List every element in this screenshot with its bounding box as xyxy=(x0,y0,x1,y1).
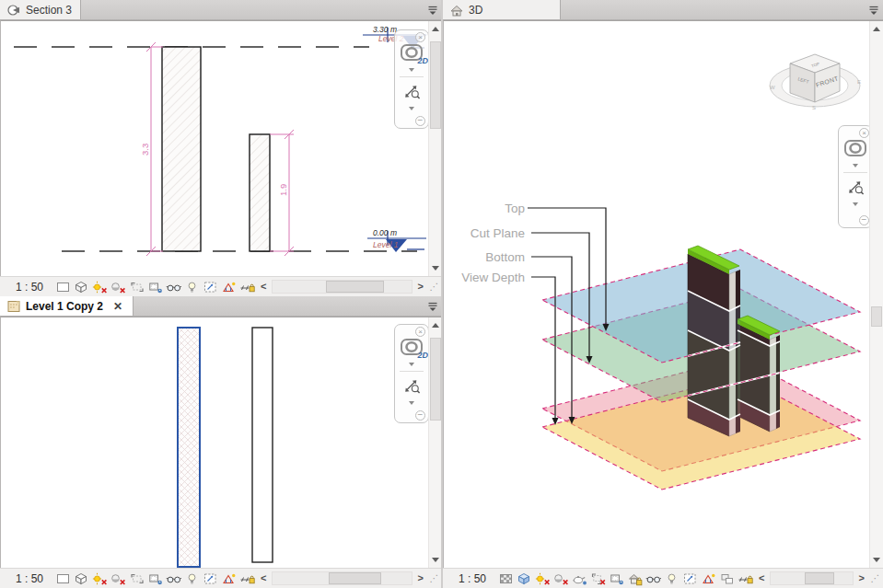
temporary-view-properties-icon[interactable] xyxy=(203,571,219,586)
temporary-hide-isolate-icon[interactable] xyxy=(166,571,182,586)
resize-grip[interactable]: ⋰ xyxy=(428,282,440,292)
show-analytical-model-icon[interactable] xyxy=(701,571,717,586)
steering-wheel-icon[interactable] xyxy=(843,139,867,157)
scroll-down-icon[interactable] xyxy=(873,558,880,562)
dimension-text[interactable]: 3.3 xyxy=(140,144,150,156)
plan-view-canvas[interactable]: × 2D − xyxy=(0,317,442,568)
scroll-up-icon[interactable] xyxy=(432,323,439,328)
close-icon[interactable]: × xyxy=(415,327,425,337)
chevron-down-icon[interactable] xyxy=(409,107,414,110)
reveal-hidden-elements-icon[interactable] xyxy=(664,571,680,586)
sun-path-off-icon[interactable] xyxy=(92,571,109,586)
resize-grip[interactable]: ⋰ xyxy=(428,574,440,583)
vertical-scrollbar[interactable] xyxy=(428,21,442,276)
pane-splitter[interactable] xyxy=(441,0,443,588)
scrollbar-thumb[interactable] xyxy=(871,306,882,327)
scroll-right-icon[interactable]: > xyxy=(854,573,869,583)
chevron-down-icon[interactable] xyxy=(409,363,414,366)
level-1-head[interactable]: 0.00 m Level 1 xyxy=(367,228,426,252)
show-analytical-model-icon[interactable] xyxy=(221,571,238,586)
reveal-constraints-icon[interactable] xyxy=(239,280,256,294)
crop-view-off-icon[interactable] xyxy=(590,571,607,586)
sun-path-off-icon[interactable] xyxy=(92,280,109,294)
temporary-view-properties-icon[interactable] xyxy=(682,571,699,586)
dimension-text[interactable]: 1.9 xyxy=(278,184,288,196)
shadows-off-icon[interactable] xyxy=(553,571,570,586)
sun-path-off-icon[interactable] xyxy=(535,571,552,586)
tab-3d[interactable]: 3D xyxy=(443,0,561,19)
resize-grip[interactable]: ⋰ xyxy=(869,574,881,583)
chevron-down-icon[interactable] xyxy=(853,164,858,167)
scroll-down-icon[interactable] xyxy=(432,558,439,562)
scale-button[interactable]: 1 : 50 xyxy=(459,572,486,585)
vertical-scrollbar[interactable] xyxy=(869,21,883,568)
horizontal-scrollbar[interactable] xyxy=(272,280,412,294)
unlocked-3d-view-icon[interactable] xyxy=(627,571,644,586)
close-icon[interactable]: ✕ xyxy=(111,300,124,313)
temporary-view-properties-icon[interactable] xyxy=(203,280,219,294)
displacement-sets-icon[interactable] xyxy=(719,571,736,586)
show-crop-region-icon[interactable] xyxy=(147,571,164,586)
shadows-off-icon[interactable] xyxy=(110,571,127,586)
reveal-hidden-elements-icon[interactable] xyxy=(184,280,201,294)
tab-section-3[interactable]: Section 3 xyxy=(0,0,81,19)
scale-button[interactable]: 1 : 50 xyxy=(16,572,43,585)
scrollbar-thumb[interactable] xyxy=(430,41,441,129)
crop-view-icon[interactable] xyxy=(129,280,145,294)
horizontal-scrollbar[interactable] xyxy=(770,571,853,585)
crop-view-icon[interactable] xyxy=(129,571,145,586)
show-crop-region-icon[interactable] xyxy=(609,571,625,586)
scale-button[interactable]: 1 : 50 xyxy=(16,281,43,294)
steering-wheel-icon[interactable]: 2D xyxy=(400,338,424,356)
close-icon[interactable]: × xyxy=(415,32,425,42)
tab-level-1-copy-2[interactable]: Level 1 Copy 2 ✕ xyxy=(0,296,134,316)
show-rendering-dialog-icon[interactable] xyxy=(572,571,588,586)
scrollbar-thumb[interactable] xyxy=(329,572,381,584)
chevron-down-icon[interactable] xyxy=(409,68,414,72)
scroll-left-icon[interactable]: < xyxy=(256,573,271,583)
detail-level-icon[interactable] xyxy=(55,280,72,294)
wall-plan[interactable] xyxy=(252,328,273,562)
scroll-up-icon[interactable] xyxy=(432,27,439,31)
reveal-hidden-elements-icon[interactable] xyxy=(184,571,201,586)
shadows-off-icon[interactable] xyxy=(110,280,127,294)
reveal-constraints-icon[interactable] xyxy=(239,571,256,586)
scrollbar-thumb[interactable] xyxy=(805,572,834,584)
collapse-icon[interactable]: − xyxy=(415,116,425,126)
collapse-icon[interactable]: − xyxy=(859,215,869,225)
wall-short-section[interactable] xyxy=(250,134,270,251)
scroll-left-icon[interactable]: < xyxy=(256,282,271,292)
reveal-constraints-icon[interactable] xyxy=(738,571,754,586)
collapse-icon[interactable]: − xyxy=(415,410,425,421)
show-analytical-model-icon[interactable] xyxy=(221,280,238,294)
steering-wheel-icon[interactable]: 2D xyxy=(400,43,424,62)
visual-style-icon[interactable] xyxy=(74,280,90,294)
compass-east-label[interactable]: E xyxy=(857,79,861,85)
compass-south-label[interactable]: S xyxy=(812,105,816,110)
scroll-down-icon[interactable] xyxy=(432,266,439,271)
wall-selected-plan[interactable] xyxy=(178,328,200,567)
scroll-up-icon[interactable] xyxy=(873,27,880,31)
tab-list-icon[interactable] xyxy=(424,0,442,19)
wall-tall-section[interactable] xyxy=(162,47,201,251)
zoom-icon[interactable] xyxy=(846,178,865,196)
scrollbar-thumb[interactable] xyxy=(326,281,384,293)
threed-view-canvas[interactable]: TOP LEFT FRONT W S E Top Cut Plane Botto… xyxy=(443,20,883,568)
scroll-right-icon[interactable]: > xyxy=(413,282,428,292)
scroll-right-icon[interactable]: > xyxy=(413,573,428,583)
horizontal-scrollbar[interactable] xyxy=(272,571,412,585)
visual-style-icon[interactable] xyxy=(74,571,90,586)
scrollbar-thumb[interactable] xyxy=(430,338,441,421)
viewcube[interactable]: TOP LEFT FRONT W S E xyxy=(770,54,861,110)
close-icon[interactable]: × xyxy=(859,128,869,138)
scroll-left-icon[interactable]: < xyxy=(754,573,769,583)
vertical-scrollbar[interactable] xyxy=(428,317,442,568)
chevron-down-icon[interactable] xyxy=(853,202,858,206)
chevron-down-icon[interactable] xyxy=(409,401,414,405)
compass-west-label[interactable]: W xyxy=(770,85,775,90)
zoom-icon[interactable] xyxy=(402,82,421,100)
tab-list-icon[interactable] xyxy=(424,296,442,316)
temporary-hide-isolate-icon[interactable] xyxy=(645,571,662,586)
show-crop-region-icon[interactable] xyxy=(147,280,164,294)
visual-style-shaded-icon[interactable] xyxy=(517,571,533,586)
